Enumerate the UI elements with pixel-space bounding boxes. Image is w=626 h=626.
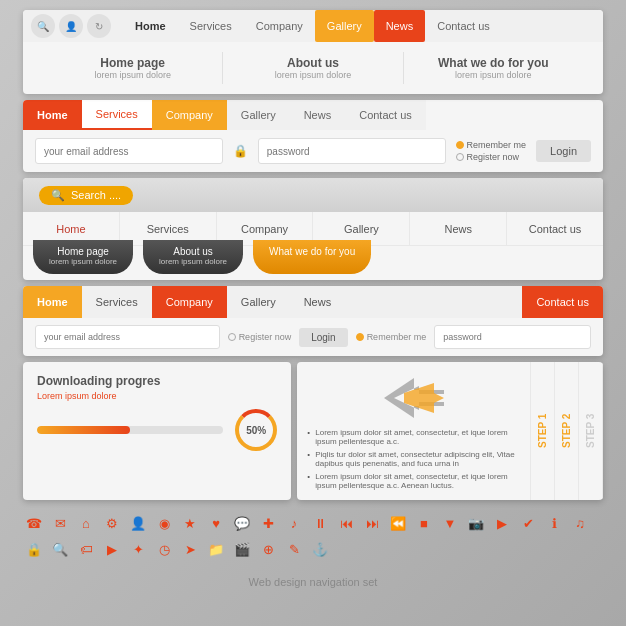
check-icon[interactable]: ✔ <box>517 512 539 534</box>
nav1-col-home-title: Home page <box>100 56 165 70</box>
nav1-col-about-title: About us <box>287 56 339 70</box>
video-icon[interactable]: ▶ <box>491 512 513 534</box>
nav3-drop-about-sub: lorem ipsum dolore <box>159 257 227 266</box>
gear-icon[interactable]: ⚙ <box>101 512 123 534</box>
nav1-tab-news[interactable]: News <box>374 10 426 42</box>
plus-icon[interactable]: ✚ <box>257 512 279 534</box>
stop-icon[interactable]: ■ <box>413 512 435 534</box>
navbar-2: Home Services Company Gallery News Conta… <box>23 100 603 172</box>
star-icon[interactable]: ★ <box>179 512 201 534</box>
heart-icon[interactable]: ♥ <box>205 512 227 534</box>
nav4-remember-label: Remember me <box>356 332 427 342</box>
nav2-tab-company[interactable]: Company <box>152 100 227 130</box>
nav3-drop-what-label: What we do for you <box>269 246 355 257</box>
steps-arrow <box>307 372 520 424</box>
nav1-tab-gallery[interactable]: Gallery <box>315 10 374 42</box>
login-button[interactable]: Login <box>536 140 591 162</box>
progress-bar-fill <box>37 426 130 434</box>
prev-icon[interactable]: ⏮ <box>335 512 357 534</box>
password-input[interactable] <box>258 138 446 164</box>
navbar-3-drops: Home page lorem ipsum dolore About us lo… <box>23 240 603 274</box>
step-item-2: Piqlis tur dolor sit amet, consectetur a… <box>307 450 520 468</box>
film-icon[interactable]: 🎬 <box>231 538 253 560</box>
register-radio[interactable] <box>456 153 464 161</box>
steps-right: STEP 1 STEP 2 STEP 3 <box>530 362 603 500</box>
search-icon[interactable]: 🔍 <box>31 14 55 38</box>
icons-row: ☎ ✉ ⌂ ⚙ 👤 ◉ ★ ♥ 💬 ✚ ♪ ⏸ ⏮ ⏭ ⏪ ■ ▼ 📷 ▶ ✔ … <box>23 506 603 566</box>
nav3-drop-home-label: Home page <box>49 246 117 257</box>
nav4-email-input[interactable] <box>35 325 220 349</box>
tag-icon[interactable]: 🏷 <box>75 538 97 560</box>
next-icon[interactable]: ⏭ <box>361 512 383 534</box>
user-icon[interactable]: 👤 <box>59 14 83 38</box>
volume-icon[interactable]: ♪ <box>283 512 305 534</box>
pause-icon[interactable]: ⏸ <box>309 512 331 534</box>
cart-icon[interactable]: ⊕ <box>257 538 279 560</box>
step-item-3: Lorem ipsum dolor sit amet, consectetur,… <box>307 472 520 490</box>
nav2-tab-gallery[interactable]: Gallery <box>227 100 290 130</box>
folder-icon[interactable]: 📁 <box>205 538 227 560</box>
nav1-tab-contact[interactable]: Contact us <box>425 10 502 42</box>
remember-radio[interactable] <box>456 141 464 149</box>
search-box[interactable]: 🔍 Search .... <box>39 186 133 205</box>
search-icon-2[interactable]: 🔍 <box>49 538 71 560</box>
rss-icon[interactable]: ◉ <box>153 512 175 534</box>
chat-icon[interactable]: 💬 <box>231 512 253 534</box>
navbar-4-bottom: Register now Login Remember me <box>23 318 603 356</box>
step-label-2: STEP 2 <box>555 362 579 500</box>
bottom-row: Downloading progres Lorem ipsum dolore 5… <box>23 362 603 500</box>
sun-icon[interactable]: ✦ <box>127 538 149 560</box>
nav3-drop-what[interactable]: What we do for you <box>253 240 371 274</box>
nav2-tab-news[interactable]: News <box>290 100 346 130</box>
nav4-tab-news[interactable]: News <box>290 286 346 318</box>
nav4-register-radio[interactable] <box>228 333 236 341</box>
progress-circle: 50% <box>235 409 277 451</box>
arrow-graphic <box>384 378 444 418</box>
person-icon[interactable]: 👤 <box>127 512 149 534</box>
nav3-drop-home[interactable]: Home page lorem ipsum dolore <box>33 240 133 274</box>
nav2-tab-services[interactable]: Services <box>82 100 152 130</box>
email-input[interactable] <box>35 138 223 164</box>
nav1-bottom: Home page lorem ipsum dolore About us lo… <box>23 42 603 94</box>
nav4-tab-services[interactable]: Services <box>82 286 152 318</box>
play-icon[interactable]: ▶ <box>101 538 123 560</box>
nav4-spacer <box>345 286 522 318</box>
nav4-tab-home[interactable]: Home <box>23 286 82 318</box>
lock-icon: 🔒 <box>233 144 248 158</box>
nav2-tab-home[interactable]: Home <box>23 100 82 130</box>
nav4-password-input[interactable] <box>434 325 591 349</box>
nav4-remember-radio[interactable] <box>356 333 364 341</box>
nav1-tab-services[interactable]: Services <box>178 10 244 42</box>
link-icon[interactable]: ⚓ <box>309 538 331 560</box>
progress-percent: 50% <box>246 425 266 436</box>
pencil-icon[interactable]: ✎ <box>283 538 305 560</box>
nav4-tab-gallery[interactable]: Gallery <box>227 286 290 318</box>
rewind-icon[interactable]: ⏪ <box>387 512 409 534</box>
nav4-tab-company[interactable]: Company <box>152 286 227 318</box>
nav3-drop-home-sub: lorem ipsum dolore <box>49 257 117 266</box>
arrow-icon[interactable]: ➤ <box>179 538 201 560</box>
nav3-drop-about[interactable]: About us lorem ipsum dolore <box>143 240 243 274</box>
nav2-tab-contact[interactable]: Contact us <box>345 100 426 130</box>
clock-icon[interactable]: ◷ <box>153 538 175 560</box>
phone-icon[interactable]: ☎ <box>23 512 45 534</box>
nav1-col-what-sub: lorem ipsum dolore <box>455 70 532 80</box>
nav1-col-what: What we do for you lorem ipsum dolore <box>404 52 583 84</box>
lock-icon-2[interactable]: 🔒 <box>23 538 45 560</box>
camera-icon[interactable]: 📷 <box>465 512 487 534</box>
footer-label: Web design navigation set <box>23 576 603 588</box>
nav4-login-button[interactable]: Login <box>299 328 347 347</box>
refresh-icon[interactable]: ↻ <box>87 14 111 38</box>
nav4-tab-contact[interactable]: Contact us <box>522 286 603 318</box>
down-icon[interactable]: ▼ <box>439 512 461 534</box>
nav1-tab-home[interactable]: Home <box>123 10 178 42</box>
download-card: Downloading progres Lorem ipsum dolore 5… <box>23 362 291 500</box>
home-icon[interactable]: ⌂ <box>75 512 97 534</box>
email-icon[interactable]: ✉ <box>49 512 71 534</box>
nav1-col-about-sub: lorem ipsum dolore <box>275 70 352 80</box>
info-icon[interactable]: ℹ <box>543 512 565 534</box>
register-label: Register now <box>228 332 292 342</box>
steps-left: Lorem ipsum dolor sit amet, consectetur,… <box>297 362 530 500</box>
nav1-tab-company[interactable]: Company <box>244 10 315 42</box>
music-icon[interactable]: ♫ <box>569 512 591 534</box>
